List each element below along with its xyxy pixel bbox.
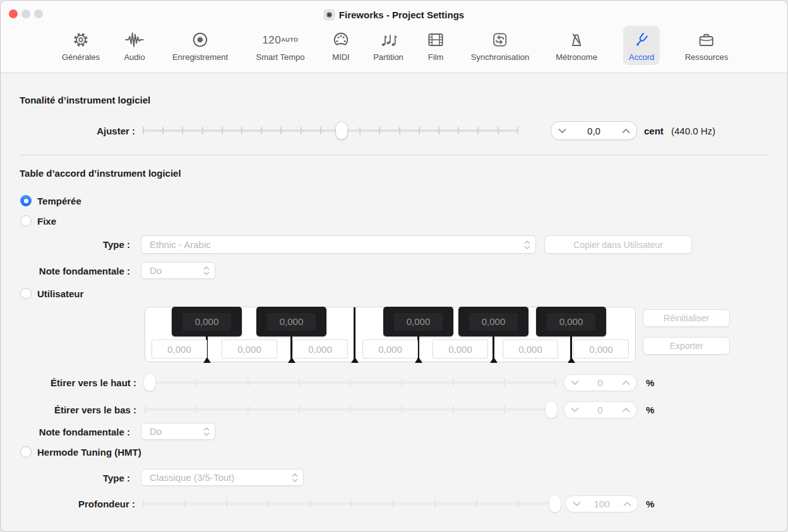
exporter-button[interactable]: Exporter [643,337,730,355]
note-fondamentale-label: Note fondamentale : [1,266,130,276]
type-dropdown[interactable]: Ethnic - Arabic [141,235,536,254]
window-chrome: Fireworks - Project Settings Générales [1,1,787,73]
stepper-increment-chevron-icon[interactable] [615,402,636,418]
tab-label: Audio [124,52,145,62]
white-key-tuning-field[interactable]: 0,000 [503,340,558,358]
section-heading-table-accord: Table d’accord d’instrument logiciel [20,168,181,179]
ajuster-frequency: (440.0 Hz) [671,126,715,136]
stepper-decrement-chevron-icon[interactable] [564,375,585,391]
tab-metronome[interactable]: Métronome [550,26,603,65]
note-fondamentale-dropdown[interactable]: Do [141,262,215,279]
metronome-icon [566,28,587,51]
copier-dans-utilisateur-button[interactable]: Copier dans Utilisateur [544,235,692,254]
etirer-bas-label: Étirer vers le bas : [1,405,136,415]
etirer-bas-stepper[interactable]: 0 [563,401,637,418]
percent-sign: % [646,499,654,509]
radio-unselected-icon[interactable] [20,446,32,458]
profondeur-stepper[interactable]: 100 [565,495,638,512]
type-label: Type : [1,239,130,250]
type-dropdown-value: Ethnic - Arabic [141,239,519,250]
percent-sign: % [646,377,654,388]
etirer-bas-value[interactable]: 0 [585,405,615,415]
radio-hermode-tuning[interactable]: Hermode Tuning (HMT) [20,446,141,458]
ajuster-value[interactable]: 0,0 [573,126,615,136]
tab-ressources[interactable]: Ressources [679,26,734,65]
stepper-decrement-chevron-icon[interactable] [551,122,573,139]
tab-label: Accord [629,52,654,62]
radio-unselected-icon[interactable] [20,288,32,299]
stepper-increment-chevron-icon[interactable] [616,496,638,512]
updown-chevrons-icon [519,240,535,250]
document-icon [324,9,335,20]
ajuster-unit: cent [644,126,664,136]
project-settings-window: Fireworks - Project Settings Générales [0,0,788,532]
tab-label: Film [428,52,444,62]
note-fondamentale-2-dropdown[interactable]: Do [141,423,215,440]
tab-label: Générales [62,52,100,62]
ajuster-slider-knob[interactable] [336,122,347,139]
tab-label: Enregistrement [172,52,228,62]
sync-arrows-icon [490,28,510,51]
white-key-tuning-field[interactable]: 0,000 [573,340,629,358]
tab-partition[interactable]: Partition [367,26,409,65]
black-key: 0,000 [383,307,453,336]
black-key-tuning-field[interactable]: 0,000 [394,313,443,331]
tab-film[interactable]: Film [420,26,451,65]
note-fondamentale-2-label: Note fondamentale : [1,427,130,437]
tab-label: Partition [373,52,403,62]
etirer-haut-slider[interactable] [145,374,556,391]
key-divider [570,336,572,363]
updown-chevrons-icon [198,427,215,437]
profondeur-slider[interactable] [143,495,561,512]
tuning-keyboard: 0,000 0,000 0,000 0,000 0,000 0,000 0,00… [145,307,636,362]
radio-utilisateur[interactable]: Utilisateur [20,288,83,299]
etirer-haut-slider-knob[interactable] [144,374,155,391]
ajuster-label: Ajuster : [1,126,135,136]
white-key-tuning-field[interactable]: 0,000 [292,340,348,358]
ajuster-slider[interactable] [143,122,518,139]
stepper-increment-chevron-icon[interactable] [615,375,636,391]
note-fondamentale-value: Do [141,265,198,276]
stepper-increment-chevron-icon[interactable] [615,122,636,139]
briefcase-icon [696,28,717,51]
window-title: Fireworks - Project Settings [339,9,464,20]
radio-fixe[interactable]: Fixe [20,215,56,227]
etirer-haut-stepper[interactable]: 0 [563,374,637,391]
updown-chevrons-icon [198,266,215,276]
profondeur-slider-knob[interactable] [549,495,561,512]
stepper-decrement-chevron-icon[interactable] [566,496,587,512]
etirer-haut-value[interactable]: 0 [585,377,615,388]
black-key: 0,000 [172,307,242,336]
tab-audio[interactable]: Audio [118,26,151,65]
white-key-tuning-field[interactable]: 0,000 [152,340,207,358]
reinitialiser-button[interactable]: Réinitialiser [643,309,730,327]
tab-synchronisation[interactable]: Synchronisation [465,26,535,65]
white-key-tuning-field[interactable]: 0,000 [433,340,488,358]
radio-unselected-icon[interactable] [20,215,32,227]
tab-accord[interactable]: Accord [623,26,660,65]
radio-temperee[interactable]: Tempérée [20,195,81,206]
tuning-fork-icon [631,28,652,51]
profondeur-value[interactable]: 100 [587,499,616,509]
tab-enregistrement[interactable]: Enregistrement [167,26,234,65]
hmt-type-value: Classique (3/5-Tout) [141,472,287,483]
stepper-decrement-chevron-icon[interactable] [564,402,585,418]
etirer-bas-slider[interactable] [145,401,556,418]
hmt-type-dropdown[interactable]: Classique (3/5-Tout) [141,469,304,486]
music-notes-icon [378,28,398,51]
tab-generales[interactable]: Générales [56,26,105,65]
tab-label: Smart Tempo [256,52,304,62]
gear-icon [71,28,91,51]
black-key-tuning-field[interactable]: 0,000 [547,313,595,331]
white-key-tuning-field[interactable]: 0,000 [222,340,277,358]
black-key-tuning-field[interactable]: 0,000 [182,313,231,331]
black-key-tuning-field[interactable]: 0,000 [267,313,316,331]
black-key-tuning-field[interactable]: 0,000 [469,313,518,331]
radio-selected-icon[interactable] [20,195,32,206]
ajuster-stepper[interactable]: 0,0 [551,121,637,140]
white-key-tuning-field[interactable]: 0,000 [362,340,418,358]
tempo-120-auto-icon: 120 AUTO [262,28,298,51]
tab-smart-tempo[interactable]: 120 AUTO Smart Tempo [250,26,310,65]
etirer-bas-slider-knob[interactable] [546,401,557,418]
tab-midi[interactable]: MIDI [325,26,357,65]
